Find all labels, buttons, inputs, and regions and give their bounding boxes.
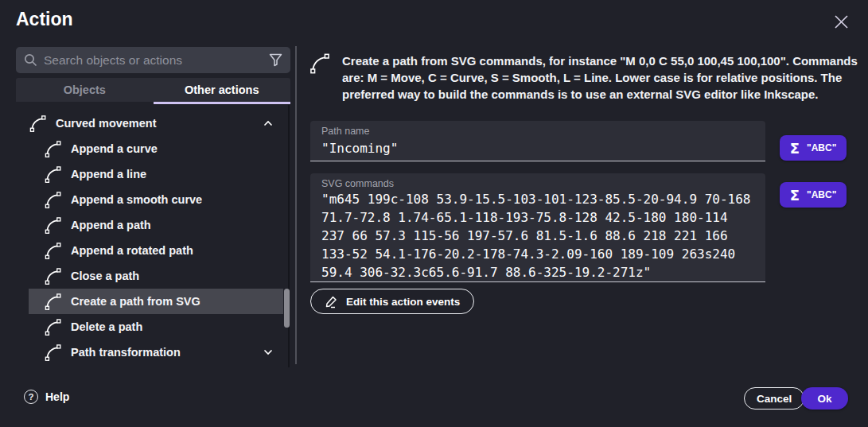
filter-icon[interactable] <box>269 53 282 67</box>
group-label: Curved movement <box>56 117 157 130</box>
curve-icon <box>29 115 47 133</box>
expression-builder-button-path-name[interactable]: Σ "ABC" <box>780 135 847 161</box>
list-group-curved-movement[interactable]: Curved movement <box>29 111 283 136</box>
path-name-label: Path name <box>321 126 754 138</box>
curve-icon <box>309 52 331 75</box>
svg-commands-label: SVG commands <box>321 178 754 190</box>
tab-other-actions[interactable]: Other actions <box>154 78 291 102</box>
list-item[interactable]: Delete a path <box>29 314 283 340</box>
list-item-label: Append a smooth curve <box>71 193 202 206</box>
list-item-label: Create a path from SVG <box>71 295 200 308</box>
list-item[interactable]: Append a line <box>29 161 283 187</box>
sigma-icon: Σ <box>790 140 800 157</box>
close-button[interactable] <box>831 12 850 31</box>
list-item-label: Append a path <box>71 219 151 231</box>
curve-icon <box>44 318 62 336</box>
path-name-value[interactable]: "Incoming" <box>321 138 754 159</box>
close-icon <box>834 14 849 29</box>
svg-commands-field[interactable]: SVG commands "m645 199c-108 53.9-15.5-10… <box>310 173 765 282</box>
ok-button[interactable]: Ok <box>801 387 848 410</box>
cancel-button[interactable]: Cancel <box>744 387 804 410</box>
scrollbar-thumb[interactable] <box>284 289 290 328</box>
scrollbar-track[interactable] <box>288 105 290 367</box>
list-item[interactable]: Append a smooth curve <box>29 187 283 212</box>
curve-icon <box>44 344 62 362</box>
help-button[interactable]: ? Help <box>24 390 69 404</box>
curve-icon <box>44 293 62 311</box>
chevron-up-icon <box>263 118 274 129</box>
list-item[interactable]: Close a path <box>29 263 283 289</box>
action-description: Create a path from SVG commands, for ins… <box>342 52 866 103</box>
help-icon: ? <box>24 390 38 404</box>
abc-label: "ABC" <box>807 189 836 200</box>
list-item-label: Append a rotated path <box>71 244 193 257</box>
edit-action-events-button[interactable]: Edit this action events <box>310 289 474 314</box>
list-item[interactable]: Append a path <box>29 212 283 238</box>
svg-commands-value[interactable]: "m645 199c-108 53.9-15.5-103-101-123-85.… <box>321 190 754 281</box>
curve-icon <box>44 191 62 209</box>
edit-action-events-label: Edit this action events <box>346 296 460 308</box>
panel-divider <box>295 46 297 364</box>
chevron-down-icon <box>263 347 274 358</box>
list-item[interactable]: Append a curve <box>29 136 283 161</box>
curve-icon <box>44 216 62 235</box>
tab-objects[interactable]: Objects <box>16 78 154 102</box>
tab-bar: Objects Other actions <box>16 78 290 102</box>
page-title: Action <box>16 9 73 30</box>
list-item-label: Delete a path <box>71 320 142 333</box>
tab-other-actions-label: Other actions <box>185 83 259 96</box>
curve-icon <box>44 267 62 285</box>
pencil-icon <box>325 295 338 309</box>
path-name-field[interactable]: Path name "Incoming" <box>310 121 765 161</box>
search-box[interactable] <box>16 47 290 73</box>
curve-icon <box>44 165 62 184</box>
sigma-icon: Σ <box>790 187 800 204</box>
expression-builder-button-svg-commands[interactable]: Σ "ABC" <box>780 182 847 208</box>
tab-objects-label: Objects <box>64 83 106 96</box>
search-input[interactable] <box>44 53 269 68</box>
list-item-label: Path transformation <box>71 346 181 359</box>
search-icon <box>24 53 37 67</box>
list-item-label: Append a curve <box>71 142 158 155</box>
help-icon-glyph: ? <box>28 392 33 402</box>
list-item-label: Close a path <box>71 270 139 282</box>
list-item-selected[interactable]: Create a path from SVG <box>29 289 283 314</box>
list-item-label: Append a line <box>71 168 146 181</box>
help-label: Help <box>45 390 69 403</box>
curve-icon <box>44 242 62 260</box>
curve-icon <box>44 140 62 158</box>
list-item[interactable]: Append a rotated path <box>29 238 283 263</box>
abc-label: "ABC" <box>807 142 836 153</box>
actions-list: Curved movement Append a curve Append a … <box>29 111 283 365</box>
list-group-path-transformation[interactable]: Path transformation <box>29 340 283 365</box>
